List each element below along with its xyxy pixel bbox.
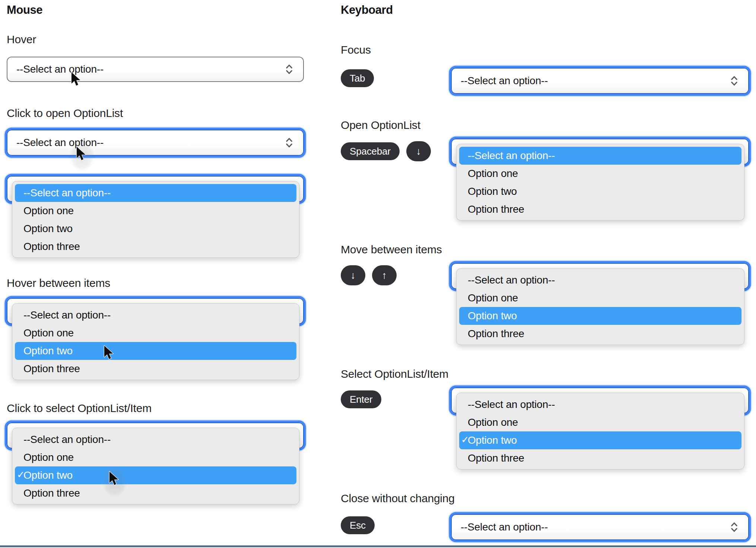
mouse-cursor-icon <box>70 72 82 88</box>
chevron-updown-icon <box>730 75 738 86</box>
option-list: --Select an option-- Option one Option t… <box>456 144 744 221</box>
option-label: Option two <box>468 186 517 197</box>
select-value: --Select an option-- <box>16 63 104 75</box>
page: Mouse Hover --Select an option-- Click t… <box>0 0 756 548</box>
key-arrow-down: ↓ <box>341 265 365 285</box>
option-item[interactable]: Option three <box>15 360 296 378</box>
option-label: --Select an option-- <box>468 399 555 411</box>
option-item[interactable]: --Select an option-- <box>15 306 296 324</box>
mouse-cursor-icon <box>103 345 114 361</box>
option-list: --Select an option-- Option one Option t… <box>12 181 299 258</box>
hover-select[interactable]: --Select an option-- <box>7 57 304 82</box>
option-item[interactable]: Option one <box>459 165 741 183</box>
hover-between-section-label: Hover between items <box>7 276 110 290</box>
bottom-divider <box>0 545 756 547</box>
click-open-section-label: Click to open OptionList <box>7 107 123 120</box>
option-item[interactable]: Option three <box>459 325 741 343</box>
option-list: --Select an option-- Option one ✓ Option… <box>456 393 744 469</box>
option-label: Option one <box>23 327 74 339</box>
option-label: Option one <box>468 416 518 428</box>
option-item[interactable]: --Select an option-- <box>459 147 741 165</box>
option-label: Option two <box>468 434 517 446</box>
option-label: Option three <box>23 241 80 253</box>
option-label: Option one <box>23 205 74 217</box>
key-esc: Esc <box>341 516 375 534</box>
checkmark-icon: ✓ <box>461 434 469 446</box>
move-optionlist: --Select an option-- Option one Option t… <box>451 263 749 289</box>
key-tab: Tab <box>341 69 374 87</box>
option-label: Option two <box>23 469 73 481</box>
option-label: Option two <box>23 345 73 357</box>
option-item[interactable]: Option three <box>15 238 296 256</box>
option-item-selected[interactable]: ✓ Option two <box>15 466 296 484</box>
checkmark-icon: ✓ <box>17 469 25 481</box>
option-label: Option three <box>23 363 80 375</box>
option-label: Option two <box>468 310 517 322</box>
option-item-selected[interactable]: ✓ Option two <box>459 431 741 449</box>
option-item[interactable]: Option one <box>459 289 741 307</box>
option-label: --Select an option-- <box>23 309 111 321</box>
select-section-label: Select OptionList/Item <box>341 367 448 381</box>
option-item[interactable]: Option two <box>15 342 296 360</box>
option-item[interactable]: --Select an option-- <box>459 271 741 289</box>
option-item[interactable]: --Select an option-- <box>15 431 296 449</box>
key-enter: Enter <box>341 390 381 408</box>
option-label: Option three <box>468 328 524 340</box>
key-arrow-up: ↑ <box>372 265 397 285</box>
click-open-select[interactable]: --Select an option-- <box>7 130 304 156</box>
option-item[interactable]: Option two <box>459 183 741 200</box>
option-label: Option three <box>468 452 524 464</box>
select-value: --Select an option-- <box>461 75 548 87</box>
key-spacebar: Spacebar <box>341 142 400 160</box>
option-item[interactable]: Option one <box>15 202 296 220</box>
focus-select[interactable]: --Select an option-- <box>451 68 749 94</box>
keyboard-heading: Keyboard <box>341 3 393 17</box>
option-label: --Select an option-- <box>23 434 111 446</box>
hover-between-optionlist: --Select an option-- Option one Option t… <box>7 298 304 324</box>
option-item[interactable]: Option two <box>15 220 296 238</box>
option-label: --Select an option-- <box>468 274 555 286</box>
option-list: --Select an option-- Option one ✓ Option… <box>12 428 299 504</box>
option-item[interactable]: Option three <box>15 484 296 502</box>
close-select[interactable]: --Select an option-- <box>451 514 749 540</box>
option-item[interactable]: Option one <box>15 449 296 466</box>
close-section-label: Close without changing <box>341 492 455 505</box>
option-item[interactable]: Option three <box>459 449 741 467</box>
option-label: Option three <box>468 203 524 215</box>
option-list: --Select an option-- Option one Option t… <box>456 268 744 345</box>
click-select-section-label: Click to select OptionList/Item <box>7 402 152 415</box>
chevron-updown-icon <box>285 137 293 148</box>
focus-section-label: Focus <box>341 43 371 57</box>
click-open-optionlist: --Select an option-- Option one Option t… <box>7 176 304 202</box>
mouse-heading: Mouse <box>7 3 42 17</box>
option-item[interactable]: --Select an option-- <box>15 184 296 202</box>
option-label: Option one <box>468 168 518 180</box>
open-optionlist: --Select an option-- Option one Option t… <box>451 139 749 165</box>
option-item[interactable]: Option three <box>459 200 741 218</box>
option-item[interactable]: Option two <box>459 307 741 325</box>
hover-section-label: Hover <box>7 33 36 46</box>
mouse-cursor-icon <box>108 471 120 487</box>
option-label: --Select an option-- <box>23 187 111 199</box>
option-list: --Select an option-- Option one Option t… <box>12 303 299 380</box>
chevron-updown-icon <box>730 522 738 533</box>
option-item[interactable]: Option one <box>459 414 741 431</box>
open-section-label: Open OptionList <box>341 118 420 132</box>
select-value: --Select an option-- <box>461 521 548 533</box>
option-label: Option one <box>23 452 74 463</box>
option-label: --Select an option-- <box>468 150 555 162</box>
mouse-column: Mouse Hover --Select an option-- Click t… <box>7 0 316 548</box>
key-arrow-down: ↓ <box>406 141 431 161</box>
move-section-label: Move between items <box>341 243 442 256</box>
option-label: Option one <box>468 292 518 304</box>
keyboard-column: Keyboard Focus Tab --Select an option-- … <box>341 0 756 548</box>
click-select-optionlist: --Select an option-- Option one ✓ Option… <box>7 422 304 449</box>
option-item[interactable]: --Select an option-- <box>459 396 741 414</box>
option-label: Option three <box>23 487 80 499</box>
select-optionlist: --Select an option-- Option one ✓ Option… <box>451 387 749 414</box>
option-label: Option two <box>23 223 73 235</box>
chevron-updown-icon <box>285 64 293 75</box>
option-item[interactable]: Option one <box>15 324 296 342</box>
mouse-cursor-icon <box>75 146 87 162</box>
